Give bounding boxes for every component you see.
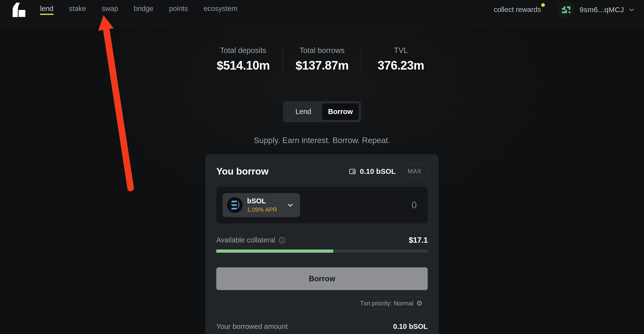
stat-label: TVL (362, 46, 440, 55)
stat-value: $514.10m (204, 58, 282, 72)
info-icon[interactable] (278, 237, 286, 244)
token-symbol: bSOL (247, 197, 277, 205)
collect-rewards-link[interactable]: collect rewards (494, 6, 541, 14)
tab-borrow[interactable]: Borrow (322, 103, 359, 120)
token-select-button[interactable]: bSOL 1.09% APR (223, 193, 300, 217)
collateral-progress-fill (216, 250, 333, 253)
gear-icon: ⚙ (416, 300, 422, 307)
tab-lend[interactable]: Lend (285, 103, 322, 120)
nav-item-swap[interactable]: swap (102, 4, 118, 15)
nav-item-lend[interactable]: lend (40, 4, 54, 15)
stat-total-deposits: Total deposits $514.10m (204, 46, 282, 72)
txn-priority-button[interactable]: Txn priority: Normal ⚙ (355, 297, 428, 310)
wallet-balance: 0.10 bSOL (360, 167, 396, 176)
tagline: Supply. Earn interest. Borrow. Repeat. (0, 136, 644, 145)
borrow-card: You borrow 0.10 bSOL MAX (205, 154, 439, 334)
collect-rewards-label: collect rewards (494, 6, 541, 14)
token-apr: 1.09% APR (247, 206, 277, 213)
bsol-token-icon (227, 197, 243, 213)
amount-input[interactable]: 0 (412, 200, 417, 210)
wallet-avatar (557, 1, 575, 19)
wallet-menu-button[interactable]: 9sm6...qMCJ (557, 1, 635, 19)
available-collateral-row: Available collateral $17.1 (216, 236, 428, 245)
wallet-identicon-icon (560, 4, 572, 16)
borrow-button[interactable]: Borrow (216, 267, 428, 290)
borrowed-amount-row: Your borrowed amount 0.10 bSOL (216, 322, 428, 330)
stat-tvl: TVL 376.23m (362, 46, 440, 72)
available-collateral-label: Available collateral (216, 236, 286, 244)
chevron-down-icon (287, 202, 294, 208)
card-title: You borrow (216, 166, 268, 177)
borrow-amount-input-box[interactable]: bSOL 1.09% APR 0 (216, 187, 428, 224)
available-collateral-value: $17.1 (409, 236, 428, 245)
nav-right: collect rewards (494, 1, 635, 19)
app-root: lend stake swap bridge points ecosystem … (0, 0, 644, 334)
stat-label: Total deposits (204, 46, 282, 55)
top-nav: lend stake swap bridge points ecosystem … (0, 0, 644, 25)
collateral-progress-track (216, 250, 428, 253)
main-nav: lend stake swap bridge points ecosystem (40, 4, 237, 15)
available-collateral-text: Available collateral (216, 236, 275, 244)
protocol-stats: Total deposits $514.10m Total borrows $1… (204, 46, 440, 73)
nav-item-ecosystem[interactable]: ecosystem (204, 4, 238, 15)
nav-item-bridge[interactable]: bridge (134, 4, 154, 15)
txn-priority-label: Txn priority: Normal (360, 300, 413, 307)
stat-value: $137.87m (283, 58, 361, 72)
max-button[interactable]: MAX (402, 164, 428, 178)
chevron-down-icon (628, 6, 635, 13)
card-header: You borrow 0.10 bSOL MAX (216, 164, 428, 178)
wallet-balance-group: 0.10 bSOL MAX (348, 164, 428, 178)
stat-label: Total borrows (283, 46, 361, 55)
borrowed-amount-label: Your borrowed amount (216, 322, 288, 330)
stat-total-borrows: Total borrows $137.87m (283, 46, 361, 72)
wallet-icon (348, 168, 356, 175)
wallet-address: 9sm6...qMCJ (580, 6, 624, 14)
lend-borrow-toggle: Lend Borrow (283, 101, 361, 122)
marginfi-logo-icon (9, 2, 26, 17)
stat-value: 376.23m (362, 58, 440, 72)
rewards-notification-dot (541, 3, 545, 7)
marginfi-logo[interactable] (9, 2, 26, 17)
nav-item-stake[interactable]: stake (69, 4, 86, 15)
borrowed-amount-value: 0.10 bSOL (393, 322, 428, 330)
token-texts: bSOL 1.09% APR (247, 197, 277, 213)
nav-item-points[interactable]: points (169, 4, 188, 15)
txn-priority-row: Txn priority: Normal ⚙ (216, 297, 428, 310)
